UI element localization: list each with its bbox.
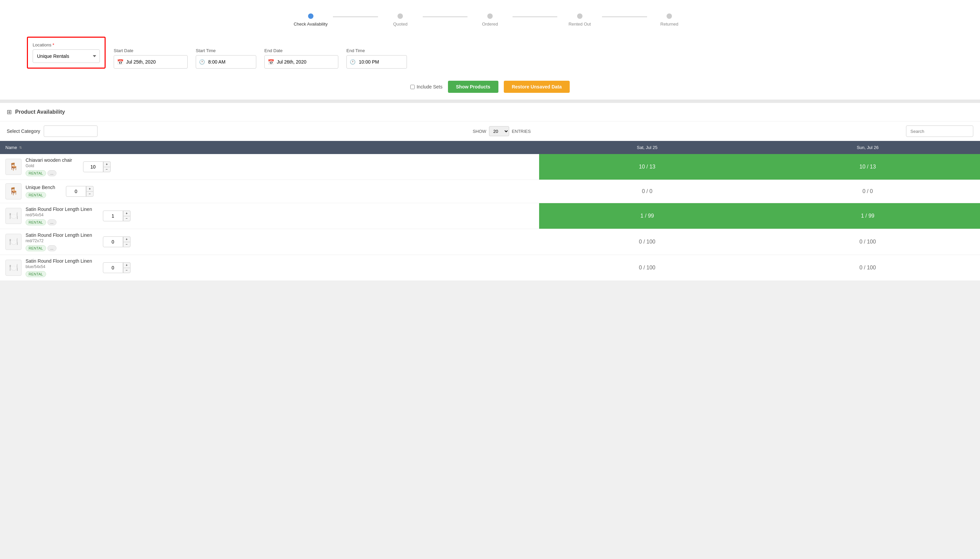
stepper-container: Check Availability Quoted Ordered Rented… (13, 7, 967, 30)
qty-control: +− (66, 186, 94, 197)
step-label-ordered: Ordered (482, 22, 498, 26)
end-date-input[interactable] (264, 55, 338, 69)
product-details: Satin Round Floor Length Linenred/54x54R… (26, 207, 92, 225)
show-products-button[interactable]: Show Products (448, 81, 498, 93)
start-date-label: Start Date (114, 48, 188, 53)
step-connector-1 (333, 17, 378, 17)
qty-input[interactable] (103, 262, 123, 273)
qty-buttons: +− (103, 162, 111, 172)
date1-availability-cell: 0 / 100 (539, 229, 755, 255)
badge-row: RENTAL (26, 271, 92, 277)
clock-icon-end: 🕐 (350, 59, 355, 64)
product-name-text: Satin Round Floor Length Linen (26, 207, 92, 212)
date1-availability-cell: 0 / 100 (539, 255, 755, 281)
product-variant-text: red/72x72 (26, 238, 92, 243)
qty-decrement-button[interactable]: − (86, 191, 94, 197)
step-returned[interactable]: Returned (647, 13, 692, 26)
step-label-quoted: Quoted (393, 22, 408, 26)
date1-availability-cell: 1 / 99 (539, 203, 755, 229)
qty-input[interactable] (66, 186, 86, 197)
qty-decrement-button[interactable]: − (103, 167, 111, 172)
calendar-icon-end: 📅 (268, 59, 274, 65)
section-divider (0, 99, 980, 103)
qty-buttons: +− (86, 186, 94, 197)
product-details: Unique BenchRENTAL (26, 185, 55, 198)
category-input[interactable] (44, 126, 98, 137)
step-ordered[interactable]: Ordered (468, 13, 512, 26)
date2-availability-cell: 0 / 100 (755, 229, 980, 255)
entries-label: ENTRIES (512, 129, 531, 134)
product-thumbnail: 🪑 (5, 159, 21, 175)
qty-decrement-button[interactable]: − (123, 216, 131, 221)
table-row: 🍽️Satin Round Floor Length Linenblue/54x… (0, 255, 980, 281)
locations-select[interactable]: Unique Rentals (33, 50, 100, 63)
form-row: Locations * Unique Rentals Start Date 📅 … (27, 36, 953, 69)
location-highlight-box: Locations * Unique Rentals (27, 36, 106, 69)
badge-row: RENTAL (26, 192, 55, 198)
step-dot-ordered (487, 13, 493, 19)
availability-section: ⊞ Product Availability Select Category S… (0, 103, 980, 281)
product-details: Satin Round Floor Length Linenred/72x72R… (26, 232, 92, 251)
availability-header: ⊞ Product Availability (0, 103, 980, 121)
table-header: Name ⇅ Sat, Jul 25 Sun, Jul 26 (0, 141, 980, 154)
qty-control: +− (103, 237, 131, 247)
product-details: Chiavari wooden chairGoldRENTAL... (26, 157, 72, 176)
locations-group: Locations * Unique Rentals (33, 42, 100, 63)
qty-buttons: +− (123, 262, 131, 273)
qty-input[interactable] (103, 210, 123, 221)
step-quoted[interactable]: Quoted (378, 13, 423, 26)
product-info: 🪑Unique BenchRENTAL+− (5, 183, 534, 199)
name-sort[interactable]: Name ⇅ (5, 145, 22, 150)
start-time-input[interactable] (196, 55, 256, 69)
table-row: 🍽️Satin Round Floor Length Linenred/72x7… (0, 229, 980, 255)
table-row: 🪑Unique BenchRENTAL+−0 / 00 / 0 (0, 180, 980, 203)
qty-input[interactable] (103, 237, 123, 247)
end-time-label: End Time (346, 48, 407, 53)
product-name-cell: 🪑Chiavari wooden chairGoldRENTAL...+− (0, 154, 539, 180)
qty-increment-button[interactable]: + (86, 186, 94, 191)
step-connector-3 (512, 17, 557, 17)
product-info: 🍽️Satin Round Floor Length Linenred/72x7… (5, 232, 534, 251)
step-dot-check-availability (308, 13, 314, 19)
start-time-label: Start Time (196, 48, 256, 53)
start-date-input[interactable] (114, 55, 188, 69)
badge-row: RENTAL... (26, 245, 92, 251)
sort-icon: ⇅ (19, 146, 22, 149)
start-time-group: Start Time 🕐 (196, 48, 256, 69)
qty-control: +− (103, 210, 131, 221)
date1-availability-cell: 10 / 13 (539, 154, 755, 180)
badge-row: RENTAL... (26, 170, 72, 176)
end-time-input[interactable] (346, 55, 407, 69)
product-name-cell: 🍽️Satin Round Floor Length Linenred/72x7… (0, 229, 539, 255)
toolbar-left: Select Category (7, 126, 98, 137)
show-label: SHOW (473, 129, 486, 134)
qty-decrement-button[interactable]: − (123, 268, 131, 273)
search-input[interactable] (906, 126, 973, 137)
include-sets-label[interactable]: Include Sets (410, 84, 443, 89)
badge-dots: ... (48, 219, 56, 225)
col-name-header: Name ⇅ (0, 141, 539, 154)
date2-availability-cell: 1 / 99 (755, 203, 980, 229)
include-sets-checkbox[interactable] (410, 85, 415, 89)
qty-input[interactable] (83, 162, 103, 172)
toolbar: Select Category SHOW 20 50 100 ENTRIES (0, 121, 980, 141)
steps-row: Check Availability Quoted Ordered Rented… (288, 13, 692, 26)
step-label-returned: Returned (661, 22, 678, 26)
qty-increment-button[interactable]: + (103, 162, 111, 167)
step-label-rented-out: Rented Out (568, 22, 591, 26)
restore-unsaved-button[interactable]: Restore Unsaved Data (504, 81, 570, 93)
end-time-group: End Time 🕐 (346, 48, 407, 69)
qty-decrement-button[interactable]: − (123, 242, 131, 247)
badge-rental: RENTAL (26, 219, 46, 225)
start-date-group: Start Date 📅 (114, 48, 188, 69)
entries-select[interactable]: 20 50 100 (489, 126, 509, 136)
step-check-availability[interactable]: Check Availability (288, 13, 333, 26)
product-name-text: Satin Round Floor Length Linen (26, 258, 92, 264)
table-body: 🪑Chiavari wooden chairGoldRENTAL...+−10 … (0, 154, 980, 281)
qty-increment-button[interactable]: + (123, 210, 131, 216)
step-rented-out[interactable]: Rented Out (557, 13, 602, 26)
qty-increment-button[interactable]: + (123, 237, 131, 242)
calendar-icon-start: 📅 (117, 59, 124, 65)
product-thumbnail: 🍽️ (5, 208, 21, 224)
qty-increment-button[interactable]: + (123, 262, 131, 268)
